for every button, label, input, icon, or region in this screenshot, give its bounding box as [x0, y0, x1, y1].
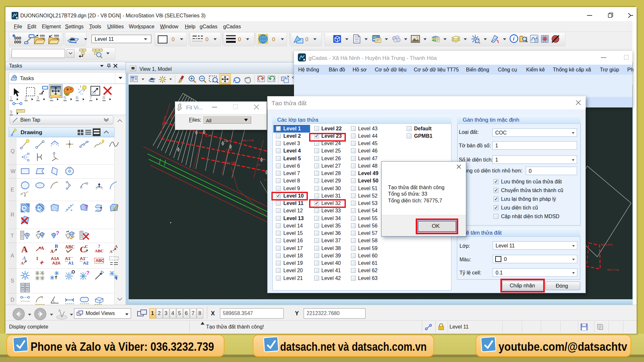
svg-text:?: ?	[98, 244, 100, 249]
svg-text:A: A	[115, 244, 118, 249]
svg-text:?: ?	[84, 204, 88, 210]
svg-text:MB-1-T38: MB-1-T38	[224, 161, 236, 164]
svg-text:1: 1	[36, 256, 38, 261]
svg-text:ABC: ABC	[65, 245, 75, 249]
svg-text:B: B	[55, 244, 58, 249]
svg-text:?: ?	[56, 230, 59, 236]
svg-text:A: A	[41, 246, 44, 251]
svg-text:A: A	[21, 261, 24, 265]
svg-text:2: 2	[71, 232, 73, 235]
svg-text:MD-1-T2a: MD-1-T2a	[607, 268, 619, 271]
svg-text:A1: A1	[80, 256, 85, 261]
svg-text:1-s28: 1-s28	[225, 148, 232, 151]
svg-text:ABC: ABC	[95, 248, 103, 253]
svg-text:2: 2	[24, 193, 26, 197]
svg-text:1: 1	[26, 234, 28, 237]
svg-text:A1A: A1A	[51, 256, 60, 261]
svg-text:x 5x: x 5x	[224, 140, 228, 142]
svg-text:C: C	[85, 244, 88, 249]
svg-text:A1: A1	[68, 261, 74, 265]
svg-text:000: 000	[14, 40, 21, 44]
svg-text:MB-1-F30: MB-1-F30	[161, 116, 166, 126]
svg-text:A: A	[109, 249, 113, 254]
svg-text:?: ?	[86, 270, 90, 276]
svg-text:MD-1-F24: MD-1-F24	[601, 243, 613, 246]
svg-text:MB-1-F38: MB-1-F38	[242, 139, 254, 142]
svg-text:A: A	[50, 249, 54, 254]
svg-text:A: A	[22, 255, 26, 261]
svg-text:ABC: ABC	[96, 258, 104, 263]
svg-text:a-1.5: a-1.5	[205, 135, 212, 137]
svg-text:2: 2	[42, 233, 43, 236]
svg-text:1: 1	[53, 234, 55, 237]
svg-text:A: A	[21, 244, 28, 254]
svg-text:A2A: A2A	[52, 261, 61, 265]
svg-text:A2: A2	[83, 261, 89, 265]
svg-text:O: O	[71, 270, 75, 274]
svg-text:A1: A1	[65, 256, 71, 261]
svg-text:LP: LP	[257, 163, 260, 166]
